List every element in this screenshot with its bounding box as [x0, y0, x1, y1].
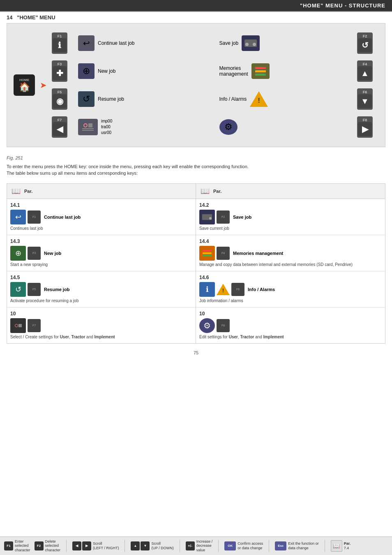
item-title-14-2: Save job — [233, 215, 251, 220]
home-label: HOME — [19, 78, 29, 82]
f2-bottom-key: F2 — [35, 541, 44, 550]
par-label-left: Par. — [24, 189, 32, 194]
bottom-f1-enter: F1 Enterselectedcharacter — [4, 539, 30, 553]
home-key-icon: HOME 🏠 — [14, 74, 35, 96]
newjob-small-icon: ⊕ — [10, 246, 26, 261]
f4-icon: ▲ — [358, 66, 372, 80]
item-desc-14-4: Manage and copy data between internal an… — [199, 262, 382, 268]
f2-icon: ↺ — [358, 38, 372, 52]
f7f8-keys: ◀ ▶ — [72, 541, 91, 550]
table-row-14-3: 14.3 ⊕ F3 New job Start a new spraying — [7, 235, 196, 271]
fkey-f3-badge: F3 ✚ — [52, 60, 67, 82]
table-header-right: 📖 Par. — [196, 184, 385, 199]
item-content-10-left: F7 — [10, 318, 192, 333]
book-icon-right: 📖 — [199, 185, 211, 197]
f4-small-key: F4 — [217, 247, 230, 260]
menu-item-infoalarms: Info / Alarms ! — [216, 90, 356, 109]
table-row-14-4: 14.4 F4 Memories management Manage and — [196, 235, 385, 271]
f8-small-key: F8 — [217, 319, 230, 332]
item-desc-14-3: Start a new spraying — [10, 262, 192, 268]
fig-label: Fig. 251 — [7, 155, 385, 162]
item-title-14-5: Resume job — [44, 287, 69, 292]
item-title-14-6: Info / Alarms — [248, 287, 275, 292]
scroll-lr-text: Scroll(LEFT / RIGHT) — [93, 541, 119, 550]
item-icons-14-2: F2 — [199, 210, 230, 224]
f2-small-key: F2 — [217, 210, 230, 224]
table-row-14-2: 14.2 F2 Save job Save current job — [196, 199, 385, 235]
fkey-f4-badge: F4 ▲ — [357, 60, 373, 82]
esc-text: Exit the function ordata change — [288, 541, 319, 550]
menu-item-resume: ↺ Resume job — [75, 90, 214, 109]
savejob-label: Save job — [219, 40, 239, 46]
par-corner-text: Par.7.4 — [344, 541, 351, 550]
ok-text: Confirm accessor data change — [238, 541, 263, 550]
bottom-f2-delete: F2 Deleteselectedcharacter — [35, 539, 61, 553]
plusminus-key: +/- — [186, 541, 195, 550]
section-heading: "HOME" MENU — [17, 14, 55, 21]
f7-small-key: F7 — [28, 319, 41, 332]
section-title: 14 "HOME" MENU — [0, 11, 392, 23]
home-house-icon: 🏠 — [19, 82, 30, 92]
infoalarms-label: Info / Alarms — [219, 96, 247, 102]
memories-label: Memoriesmanagement — [219, 65, 248, 77]
f2-bottom-text: Deleteselectedcharacter — [45, 539, 61, 553]
table-row-14-5: 14.5 ↺ F5 Resume job Activate procedure … — [7, 271, 196, 308]
table-row-14-1: 14.1 ↩ F1 Continue last job Continues la… — [7, 199, 196, 235]
item-text-14-1: Continue last job — [44, 215, 81, 220]
table-row-10-right: 10 ⚙ F8 Edit settings for User, Tractor … — [196, 308, 385, 343]
table-row-10-left: 10 F7 Select / Create s — [7, 308, 196, 343]
item-icons-14-5: ↺ F5 — [10, 282, 41, 297]
f8-bottom-key: ▶ — [82, 541, 91, 550]
menu-item-continue: ↩ Continue last job — [75, 34, 214, 53]
bottom-increase: +/- Increase /decreasevalue — [186, 539, 213, 553]
item-num-14-2: 14.2 — [199, 202, 382, 208]
book-icon-left: 📖 — [10, 185, 22, 197]
item-content-14-1: ↩ F1 Continue last job — [10, 210, 192, 224]
divider-6 — [325, 540, 325, 552]
f1-small-key: F1 — [28, 210, 41, 224]
item-title-14-4: Memories management — [233, 251, 283, 256]
item-content-14-5: ↺ F5 Resume job — [10, 282, 192, 297]
item-content-14-2: F2 Save job — [199, 210, 382, 224]
item-text-14-3: New job — [44, 251, 61, 256]
fkey-f8-badge: F8 ▶ — [357, 116, 373, 138]
item-icons-10-right: ⚙ F8 — [199, 318, 230, 333]
bottom-par: 📖 Par.7.4 — [331, 540, 351, 552]
item-icons-14-3: ⊕ F3 — [10, 246, 41, 261]
item-num-10-right: 10 — [199, 311, 382, 317]
savejob-small-icon — [199, 210, 215, 224]
continue-icon: ↩ — [78, 35, 95, 51]
divider-4 — [218, 540, 219, 552]
item-text-14-4: Memories management — [233, 251, 283, 256]
menu-diagram: HOME 🏠 ➤ F1 ℹ ↩ Continue last job Save j… — [7, 23, 385, 147]
f5-icon: ◉ — [53, 94, 67, 108]
item-icons-14-1: ↩ F1 — [10, 210, 41, 224]
menu-item-settings: imp00tra00usr00 — [75, 117, 214, 137]
fkey-f2-badge: F2 ↺ — [357, 32, 373, 54]
menu-item-savejob: Save job — [216, 34, 356, 53]
settings-small-icon — [10, 318, 26, 333]
table-col-right: 📖 Par. 14.2 F2 Save job — [196, 184, 385, 343]
item-num-14-3: 14.3 — [10, 238, 192, 244]
savejob-icon — [242, 35, 260, 51]
item-content-10-right: ⚙ F8 — [199, 318, 382, 333]
f7-bottom-key: ◀ — [72, 541, 81, 550]
f6-small-key: F6 — [231, 283, 244, 296]
header-bar: "HOME" MENU - STRUCTURE — [0, 0, 392, 11]
item-desc-14-5: Activate procedure for resuming a job — [10, 298, 192, 304]
ok-key: OK — [224, 541, 236, 550]
item-title-14-3: New job — [44, 251, 61, 256]
alarm-triangle-icon: ! — [217, 284, 230, 295]
item-desc-14-6: Job information / alarms — [199, 298, 382, 304]
section-number: 14 — [7, 14, 12, 21]
item-desc-14-2: Save current job — [199, 226, 382, 231]
item-icons-14-4: F4 — [199, 246, 230, 261]
menu-item-settings-right: ⚙ — [216, 118, 356, 136]
esc-key: Esc — [275, 541, 286, 550]
increase-text: Increase /decreasevalue — [196, 539, 213, 553]
item-num-14-1: 14.1 — [10, 202, 192, 208]
item-content-14-3: ⊕ F3 New job — [10, 246, 192, 261]
par-book-icon: 📖 — [331, 540, 342, 552]
item-content-14-6: ℹ ! F6 Info / Alarms — [199, 282, 382, 297]
item-text-14-6: Info / Alarms — [248, 287, 275, 292]
